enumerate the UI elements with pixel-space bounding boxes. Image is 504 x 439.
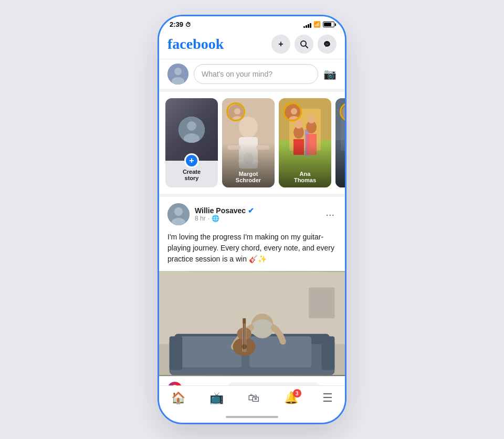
home-icon: 🏠 [171, 391, 185, 405]
svg-line-1 [306, 46, 308, 48]
svg-point-56 [251, 319, 274, 338]
status-time: 2:39 [170, 20, 183, 28]
wifi-icon: 📶 [313, 21, 321, 28]
notifications-badge: 3 [293, 389, 301, 398]
clock-icon: ⏱ [185, 22, 191, 28]
user-avatar [167, 64, 188, 85]
svg-point-6 [187, 121, 196, 131]
story-card-ana[interactable]: AnaThomas [279, 98, 331, 187]
status-bar: 2:39 ⏱ 📶 [159, 16, 345, 30]
verified-badge-icon: ✔ [248, 206, 254, 215]
post-more-button[interactable]: ··· [323, 206, 337, 223]
camera-icon[interactable]: 📷 [323, 68, 337, 80]
battery-icon [323, 22, 334, 27]
story-avatar-margot [226, 102, 245, 121]
stories-section: + Createstory [159, 92, 345, 197]
search-icon [300, 40, 308, 48]
home-bar [226, 416, 278, 418]
phone-inner: 2:39 ⏱ 📶 facebook [159, 16, 345, 423]
story-card-reem[interactable]: ReemKum... [335, 98, 345, 187]
create-story-card[interactable]: + Createstory [165, 98, 218, 187]
signal-bars-icon [303, 22, 311, 28]
nav-marketplace[interactable]: 🛍 [242, 389, 266, 407]
post-avatar [167, 203, 190, 225]
marketplace-icon: 🛍 [248, 391, 259, 405]
status-icons: 📶 [303, 21, 334, 28]
messenger-icon [323, 40, 331, 48]
nav-menu[interactable]: ☰ [316, 389, 339, 407]
svg-point-44 [174, 207, 183, 216]
story-card-margot[interactable]: MargotSchroder [222, 98, 275, 187]
svg-point-30 [291, 108, 297, 114]
post-author-info: Willie Posavec ✔ 8 hr · 🌐 [167, 203, 254, 225]
svg-rect-52 [170, 337, 183, 370]
search-button[interactable] [295, 35, 313, 54]
svg-rect-65 [311, 290, 332, 316]
meta-ai-bar: Ask Meta AI Popular guitar songs to play… [159, 376, 345, 385]
nav-video[interactable]: 📺 [203, 389, 230, 407]
post-image [159, 271, 345, 376]
post-input[interactable]: What's on your mind? [194, 64, 318, 84]
nav-home[interactable]: 🏠 [165, 389, 192, 407]
video-icon: 📺 [209, 391, 224, 405]
meta-ai-logo [167, 382, 182, 385]
stories-scroll: + Createstory [159, 96, 345, 190]
create-story-plus-icon: + [184, 153, 199, 168]
menu-icon: ☰ [322, 391, 333, 405]
home-indicator [159, 411, 345, 423]
post-placeholder: What's on your mind? [202, 70, 272, 78]
svg-point-3 [174, 68, 182, 75]
story-name-reem: ReemKum... [335, 171, 345, 183]
add-button[interactable]: + [271, 35, 290, 54]
scroll-content[interactable]: facebook + [159, 30, 345, 385]
post-author-name: Willie Posavec ✔ [195, 206, 254, 215]
svg-point-17 [234, 108, 240, 114]
nav-notifications[interactable]: 🔔 3 [278, 389, 304, 407]
post-text: I'm loving the progress I'm making on my… [159, 229, 345, 271]
messenger-button[interactable] [318, 35, 337, 54]
svg-rect-50 [180, 337, 242, 368]
phone-frame: 2:39 ⏱ 📶 facebook [158, 15, 346, 424]
svg-rect-53 [322, 337, 335, 370]
post-header: Willie Posavec ✔ 8 hr · 🌐 ··· [159, 197, 345, 229]
post-image-svg [159, 271, 345, 376]
post-meta: 8 hr · 🌐 [195, 215, 254, 222]
feed-post: Willie Posavec ✔ 8 hr · 🌐 ··· I'm lovin [159, 197, 345, 385]
story-name-ana: AnaThomas [279, 171, 331, 183]
create-story-top: + [165, 98, 218, 161]
app-header: facebook + [159, 30, 345, 59]
post-bar: What's on your mind? 📷 [159, 59, 345, 92]
audience-icon: 🌐 [212, 215, 219, 222]
create-story-avatar [178, 117, 205, 143]
story-name-margot: MargotSchroder [222, 171, 275, 183]
bottom-nav: 🏠 📺 🛍 🔔 3 ☰ [159, 385, 345, 411]
facebook-logo: facebook [167, 36, 224, 53]
create-story-label: Createstory [181, 166, 203, 183]
story-avatar-ana [283, 102, 302, 121]
header-actions: + [271, 35, 337, 54]
